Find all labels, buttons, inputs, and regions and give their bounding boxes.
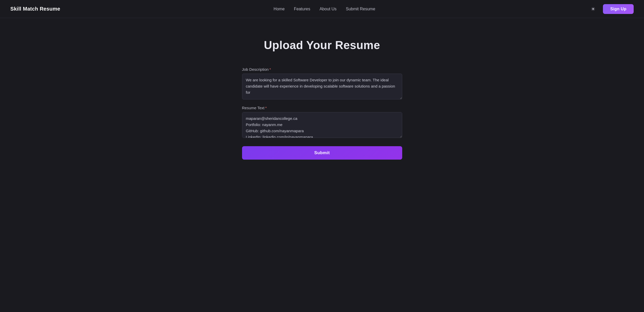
nav-links: Home Features About Us Submit Resume xyxy=(274,7,375,11)
theme-toggle-button[interactable]: ☀ xyxy=(588,4,598,14)
navbar-right: ☀ Sign Up xyxy=(588,4,634,14)
resume-text-input[interactable]: maparan@sheridancollege.ca Portfolio: na… xyxy=(242,112,402,138)
upload-form: Job Description* We are looking for a sk… xyxy=(242,67,402,160)
signup-button[interactable]: Sign Up xyxy=(603,4,634,14)
job-description-field: Job Description* We are looking for a sk… xyxy=(242,67,402,99)
job-description-label: Job Description* xyxy=(242,67,402,72)
job-description-input[interactable]: We are looking for a skilled Software De… xyxy=(242,74,402,99)
submit-button[interactable]: Submit xyxy=(242,146,402,160)
nav-home[interactable]: Home xyxy=(274,7,285,11)
nav-features[interactable]: Features xyxy=(294,7,310,11)
resume-text-field: Resume Text* maparan@sheridancollege.ca … xyxy=(242,106,402,138)
nav-submit-resume[interactable]: Submit Resume xyxy=(346,7,375,11)
brand-name: Skill Match Resume xyxy=(10,6,60,12)
nav-about-us[interactable]: About Us xyxy=(320,7,337,11)
navbar: Skill Match Resume Home Features About U… xyxy=(0,0,644,18)
page-title: Upload Your Resume xyxy=(264,39,380,52)
job-description-required: * xyxy=(269,67,271,72)
main-content: Upload Your Resume Job Description* We a… xyxy=(0,18,644,175)
resume-text-required: * xyxy=(265,106,267,110)
resume-text-label: Resume Text* xyxy=(242,106,402,110)
